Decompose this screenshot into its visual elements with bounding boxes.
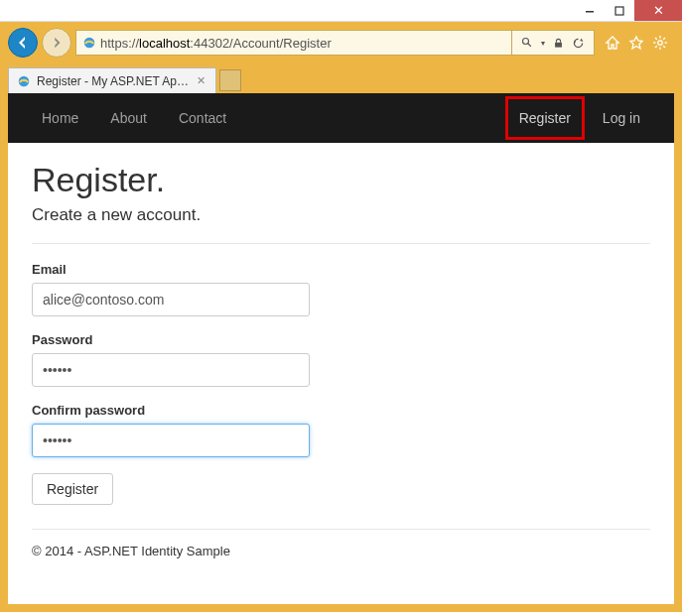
password-field[interactable]	[32, 353, 310, 387]
browser-tab[interactable]: Register - My ASP.NET App... ✕	[8, 67, 216, 93]
divider	[32, 243, 650, 244]
svg-point-7	[658, 41, 662, 45]
svg-line-12	[655, 38, 657, 40]
register-button[interactable]: Register	[32, 473, 113, 505]
nav-home[interactable]: Home	[28, 96, 92, 140]
nav-register[interactable]: Register	[505, 96, 585, 140]
favorites-icon[interactable]	[626, 33, 646, 53]
back-button[interactable]	[8, 28, 38, 58]
svg-rect-5	[555, 42, 562, 47]
forward-button[interactable]	[42, 28, 71, 58]
ie-icon	[82, 36, 96, 50]
nav-login[interactable]: Log in	[589, 96, 654, 140]
password-label: Password	[32, 332, 650, 347]
tab-title: Register - My ASP.NET App...	[37, 74, 189, 88]
site-navbar: Home About Contact Register Log in	[8, 93, 674, 143]
address-bar[interactable]: https://localhost:44302/Account/Register…	[75, 30, 595, 56]
svg-line-15	[663, 38, 665, 40]
tab-close-icon[interactable]: ✕	[195, 74, 207, 87]
url-text: https://localhost:44302/Account/Register	[100, 36, 507, 51]
browser-chrome: https://localhost:44302/Account/Register…	[0, 22, 682, 93]
window-titlebar: ✕	[0, 0, 682, 22]
confirm-password-field[interactable]	[32, 424, 310, 457]
settings-icon[interactable]	[650, 33, 670, 53]
new-tab-button[interactable]	[219, 69, 241, 91]
nav-contact[interactable]: Contact	[165, 96, 240, 140]
search-dropdown-icon[interactable]: ▾	[538, 39, 548, 48]
close-button[interactable]: ✕	[634, 0, 682, 21]
svg-rect-1	[615, 7, 623, 15]
minimize-button[interactable]	[575, 0, 605, 21]
page-viewport: Home About Contact Register Log in Regis…	[0, 93, 682, 612]
maximize-button[interactable]	[605, 0, 634, 21]
footer-text: © 2014 - ASP.NET Identity Sample	[32, 544, 650, 558]
page-title: Register.	[32, 161, 650, 199]
footer-divider	[32, 529, 650, 530]
nav-about[interactable]: About	[96, 96, 161, 140]
search-icon[interactable]	[518, 37, 536, 49]
page-subtitle: Create a new account.	[32, 205, 650, 225]
svg-line-13	[663, 46, 665, 48]
svg-line-14	[655, 46, 657, 48]
tab-favicon	[17, 74, 31, 88]
svg-point-3	[523, 39, 529, 45]
home-icon[interactable]	[603, 33, 622, 53]
confirm-password-label: Confirm password	[32, 403, 650, 418]
email-field[interactable]	[32, 283, 310, 316]
lock-icon	[550, 38, 567, 49]
refresh-icon[interactable]	[569, 37, 588, 50]
svg-line-4	[528, 44, 531, 47]
email-label: Email	[32, 262, 650, 277]
svg-rect-0	[586, 11, 594, 13]
svg-marker-6	[580, 38, 583, 41]
